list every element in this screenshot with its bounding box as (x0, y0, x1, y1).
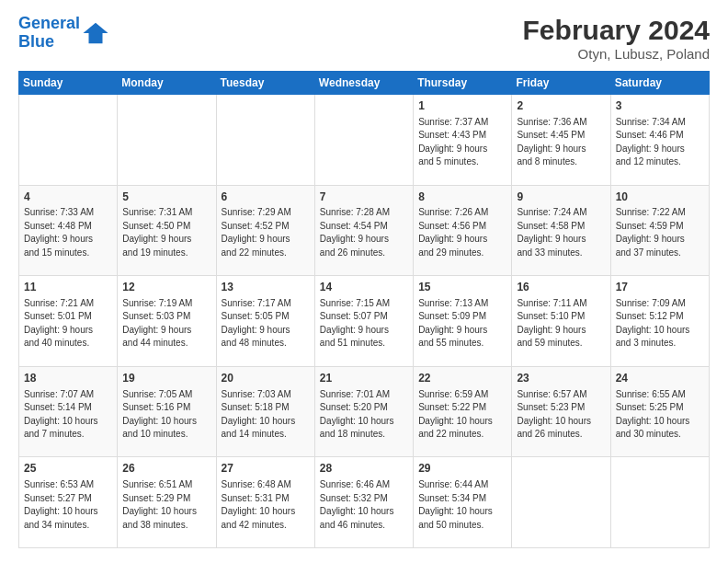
day-info: Sunrise: 6:55 AM Sunset: 5:25 PM Dayligh… (616, 388, 704, 442)
calendar-cell (216, 95, 314, 186)
calendar-cell: 1Sunrise: 7:37 AM Sunset: 4:43 PM Daylig… (414, 95, 512, 186)
calendar-cell: 4Sunrise: 7:33 AM Sunset: 4:48 PM Daylig… (19, 185, 118, 276)
day-info: Sunrise: 7:07 AM Sunset: 5:14 PM Dayligh… (24, 388, 112, 442)
calendar-cell: 26Sunrise: 6:51 AM Sunset: 5:29 PM Dayli… (118, 457, 216, 548)
day-number: 26 (122, 461, 210, 477)
day-number: 19 (122, 371, 210, 386)
calendar-cell: 17Sunrise: 7:09 AM Sunset: 5:12 PM Dayli… (610, 276, 709, 367)
day-number: 27 (222, 461, 310, 477)
day-info: Sunrise: 7:22 AM Sunset: 4:59 PM Dayligh… (616, 206, 704, 259)
day-info: Sunrise: 7:29 AM Sunset: 4:52 PM Dayligh… (222, 206, 310, 259)
day-number: 12 (122, 280, 210, 295)
logo-icon (82, 19, 109, 47)
day-number: 1 (418, 98, 506, 114)
day-number: 21 (320, 371, 408, 386)
day-info: Sunrise: 7:26 AM Sunset: 4:56 PM Dayligh… (418, 206, 506, 259)
day-info: Sunrise: 7:09 AM Sunset: 5:12 PM Dayligh… (616, 297, 704, 350)
title-block: February 2024 Otyn, Lubusz, Poland (523, 15, 710, 62)
week-row-1: 1Sunrise: 7:37 AM Sunset: 4:43 PM Daylig… (19, 95, 710, 186)
day-info: Sunrise: 6:46 AM Sunset: 5:32 PM Dayligh… (320, 478, 408, 532)
calendar-table: SundayMondayTuesdayWednesdayThursdayFrid… (18, 71, 710, 548)
day-number: 18 (24, 371, 112, 386)
header-day-sunday: Sunday (19, 72, 118, 95)
calendar-cell (610, 457, 709, 548)
day-number: 25 (24, 461, 112, 477)
day-number: 7 (320, 190, 408, 205)
day-number: 6 (222, 190, 310, 205)
day-info: Sunrise: 6:51 AM Sunset: 5:29 PM Dayligh… (122, 478, 210, 532)
day-number: 10 (616, 190, 704, 205)
subtitle: Otyn, Lubusz, Poland (523, 46, 710, 62)
header-day-monday: Monday (118, 72, 216, 95)
day-info: Sunrise: 7:33 AM Sunset: 4:48 PM Dayligh… (24, 206, 112, 259)
calendar-cell: 3Sunrise: 7:34 AM Sunset: 4:46 PM Daylig… (610, 95, 709, 186)
calendar-cell: 25Sunrise: 6:53 AM Sunset: 5:27 PM Dayli… (19, 457, 118, 548)
calendar-cell: 18Sunrise: 7:07 AM Sunset: 5:14 PM Dayli… (19, 366, 118, 457)
svg-marker-0 (84, 23, 108, 44)
day-number: 17 (616, 280, 704, 295)
calendar-cell: 5Sunrise: 7:31 AM Sunset: 4:50 PM Daylig… (118, 185, 216, 276)
week-row-3: 11Sunrise: 7:21 AM Sunset: 5:01 PM Dayli… (19, 276, 710, 367)
calendar-cell: 28Sunrise: 6:46 AM Sunset: 5:32 PM Dayli… (314, 457, 413, 548)
calendar-cell (118, 95, 216, 186)
day-info: Sunrise: 7:31 AM Sunset: 4:50 PM Dayligh… (122, 206, 210, 259)
day-info: Sunrise: 6:57 AM Sunset: 5:23 PM Dayligh… (517, 388, 605, 442)
day-info: Sunrise: 7:34 AM Sunset: 4:46 PM Dayligh… (616, 116, 704, 169)
calendar-body: 1Sunrise: 7:37 AM Sunset: 4:43 PM Daylig… (19, 95, 710, 548)
header: GeneralBlue February 2024 Otyn, Lubusz, … (18, 15, 710, 62)
day-number: 5 (122, 190, 210, 205)
day-number: 2 (517, 98, 605, 114)
day-number: 14 (320, 280, 408, 295)
calendar-cell: 23Sunrise: 6:57 AM Sunset: 5:23 PM Dayli… (512, 366, 610, 457)
week-row-4: 18Sunrise: 7:07 AM Sunset: 5:14 PM Dayli… (19, 366, 710, 457)
header-day-saturday: Saturday (610, 72, 709, 95)
day-info: Sunrise: 7:01 AM Sunset: 5:20 PM Dayligh… (320, 388, 408, 442)
day-info: Sunrise: 6:48 AM Sunset: 5:31 PM Dayligh… (222, 478, 310, 532)
header-day-wednesday: Wednesday (314, 72, 413, 95)
calendar-header: SundayMondayTuesdayWednesdayThursdayFrid… (19, 72, 710, 95)
calendar-cell: 12Sunrise: 7:19 AM Sunset: 5:03 PM Dayli… (118, 276, 216, 367)
day-info: Sunrise: 7:05 AM Sunset: 5:16 PM Dayligh… (122, 388, 210, 442)
day-number: 28 (320, 461, 408, 477)
calendar-cell: 8Sunrise: 7:26 AM Sunset: 4:56 PM Daylig… (414, 185, 512, 276)
calendar-cell: 10Sunrise: 7:22 AM Sunset: 4:59 PM Dayli… (610, 185, 709, 276)
main-title: February 2024 (523, 15, 710, 46)
header-row: SundayMondayTuesdayWednesdayThursdayFrid… (19, 72, 710, 95)
day-info: Sunrise: 7:21 AM Sunset: 5:01 PM Dayligh… (24, 297, 112, 350)
calendar-cell: 11Sunrise: 7:21 AM Sunset: 5:01 PM Dayli… (19, 276, 118, 367)
week-row-2: 4Sunrise: 7:33 AM Sunset: 4:48 PM Daylig… (19, 185, 710, 276)
day-number: 16 (517, 280, 605, 295)
header-day-thursday: Thursday (414, 72, 512, 95)
day-info: Sunrise: 7:19 AM Sunset: 5:03 PM Dayligh… (122, 297, 210, 350)
day-info: Sunrise: 6:44 AM Sunset: 5:34 PM Dayligh… (418, 478, 506, 532)
day-info: Sunrise: 7:03 AM Sunset: 5:18 PM Dayligh… (222, 388, 310, 442)
day-info: Sunrise: 7:11 AM Sunset: 5:10 PM Dayligh… (517, 297, 605, 350)
day-number: 15 (418, 280, 506, 295)
day-number: 23 (517, 371, 605, 386)
day-info: Sunrise: 7:37 AM Sunset: 4:43 PM Dayligh… (418, 116, 506, 169)
calendar-cell: 16Sunrise: 7:11 AM Sunset: 5:10 PM Dayli… (512, 276, 610, 367)
day-number: 22 (418, 371, 506, 386)
week-row-5: 25Sunrise: 6:53 AM Sunset: 5:27 PM Dayli… (19, 457, 710, 548)
calendar-cell: 6Sunrise: 7:29 AM Sunset: 4:52 PM Daylig… (216, 185, 314, 276)
day-number: 8 (418, 190, 506, 205)
calendar-cell: 29Sunrise: 6:44 AM Sunset: 5:34 PM Dayli… (414, 457, 512, 548)
logo: GeneralBlue (18, 15, 109, 52)
calendar-cell: 27Sunrise: 6:48 AM Sunset: 5:31 PM Dayli… (216, 457, 314, 548)
calendar-cell: 2Sunrise: 7:36 AM Sunset: 4:45 PM Daylig… (512, 95, 610, 186)
calendar-cell: 15Sunrise: 7:13 AM Sunset: 5:09 PM Dayli… (414, 276, 512, 367)
header-day-tuesday: Tuesday (216, 72, 314, 95)
day-number: 20 (222, 371, 310, 386)
day-info: Sunrise: 6:59 AM Sunset: 5:22 PM Dayligh… (418, 388, 506, 442)
day-info: Sunrise: 6:53 AM Sunset: 5:27 PM Dayligh… (24, 478, 112, 532)
calendar-cell: 9Sunrise: 7:24 AM Sunset: 4:58 PM Daylig… (512, 185, 610, 276)
logo-text: GeneralBlue (18, 15, 80, 52)
day-info: Sunrise: 7:13 AM Sunset: 5:09 PM Dayligh… (418, 297, 506, 350)
calendar-cell: 14Sunrise: 7:15 AM Sunset: 5:07 PM Dayli… (314, 276, 413, 367)
day-info: Sunrise: 7:36 AM Sunset: 4:45 PM Dayligh… (517, 116, 605, 169)
day-info: Sunrise: 7:24 AM Sunset: 4:58 PM Dayligh… (517, 206, 605, 259)
day-number: 11 (24, 280, 112, 295)
day-number: 29 (418, 461, 506, 477)
header-day-friday: Friday (512, 72, 610, 95)
calendar-cell (19, 95, 118, 186)
